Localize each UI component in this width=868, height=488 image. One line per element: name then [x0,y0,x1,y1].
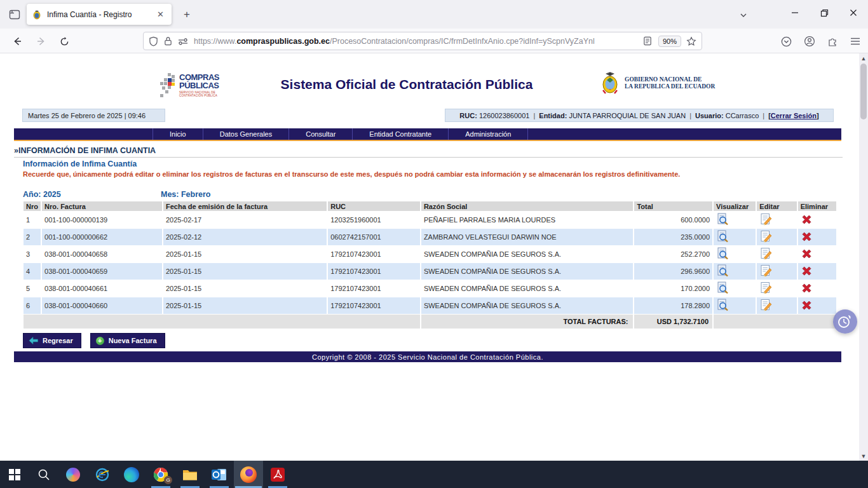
total-row: TOTAL FACTURAS: USD 1,732.7100 [24,315,836,329]
editar-icon[interactable] [759,264,772,277]
url-text[interactable]: https://www.compraspublicas.gob.ec/Proce… [194,37,642,46]
main-nav: Inicio Datos Generales Consultar Entidad… [14,128,841,141]
cell-nro: 2 [24,229,41,245]
permissions-icon[interactable] [178,37,188,45]
col-header-nro: Nro [24,201,41,211]
visualizar-icon[interactable] [716,213,729,226]
cell-factura: 038-001-000040660 [42,297,162,314]
scroll-down-icon[interactable]: ▼ [859,451,868,461]
cell-total: 296.9600 [634,263,712,280]
start-button[interactable] [0,461,29,488]
eliminar-icon[interactable] [801,231,813,243]
new-tab-button[interactable]: + [179,7,194,22]
floating-clock-widget[interactable] [833,309,857,334]
editar-icon[interactable] [759,281,772,294]
invoice-row: 6 038-001-000040660 2025-01-15 179210742… [24,297,836,314]
editar-icon[interactable] [759,247,772,260]
cell-ruc: 1203251960001 [328,212,420,228]
cell-razon: ZAMBRANO VELASTEGUI DARWIN NOE [421,229,634,245]
pocket-icon[interactable] [778,33,794,50]
firefox-view-icon[interactable] [6,6,23,23]
col-header-razon: Razón Social [421,201,634,211]
nav-item-administracion[interactable]: Administración [449,128,528,140]
entity-value: JUNTA PARROQUIAL DE SAN JUAN [569,112,686,119]
ecuador-coat-of-arms-icon [599,71,621,95]
tab-favicon-ecuador-emblem-icon [32,10,42,20]
lock-icon[interactable] [164,36,172,46]
regresar-button[interactable]: Regresar [23,333,81,348]
cell-total: 600.0000 [634,212,712,228]
scrollbar-thumb[interactable] [860,64,867,119]
active-tab[interactable]: Infima Cuantía - Registro ✕ [27,4,172,25]
eliminar-icon[interactable] [801,248,813,261]
extensions-puzzle-icon[interactable] [824,33,841,50]
tab-list-chevron-icon[interactable] [736,8,751,23]
file-explorer-icon[interactable] [175,461,205,488]
cell-razon: SWEADEN COMPAÑIA DE SEGUROS S.A. [421,280,634,297]
total-value: USD 1,732.7100 [634,315,712,329]
visualizar-icon[interactable] [716,264,729,277]
ruc-value: 1260023860001 [479,112,530,119]
bookmark-star-icon[interactable] [686,36,696,46]
chrome-icon[interactable]: G [146,461,175,488]
cell-nro: 5 [24,280,41,297]
window-restore-button[interactable] [810,0,839,25]
visualizar-icon[interactable] [716,230,729,243]
col-header-visualizar: Visualizar [714,201,756,211]
eliminar-icon[interactable] [801,299,813,312]
editar-icon[interactable] [759,213,772,226]
col-header-fecha: Fecha de emisión de la factura [163,201,327,211]
scroll-up-icon[interactable]: ▲ [859,53,868,63]
edge-icon[interactable] [117,461,146,488]
visualizar-icon[interactable] [716,299,729,311]
nueva-factura-button[interactable]: + Nueva Factura [90,333,165,348]
outlook-icon[interactable] [205,461,234,488]
nav-item-consultar[interactable]: Consultar [289,128,353,140]
internet-explorer-icon[interactable] [88,461,117,488]
invoice-row: 1 001-100-000000139 2025-02-17 120325196… [24,212,836,228]
nav-item-datos-generales[interactable]: Datos Generales [203,128,290,140]
editar-icon[interactable] [759,230,772,243]
visualizar-icon[interactable] [716,281,729,294]
cell-razon: SWEADEN COMPAÑIA DE SEGUROS S.A. [421,263,634,280]
account-icon[interactable] [801,33,818,50]
editar-icon[interactable] [759,299,772,311]
visualizar-icon[interactable] [716,247,729,260]
nav-item-entidad-contratante[interactable]: Entidad Contratante [353,128,449,140]
window-minimize-button[interactable] [780,0,810,25]
eliminar-icon[interactable] [801,265,813,278]
cell-fecha: 2025-01-15 [163,280,327,297]
copilot-icon[interactable] [58,461,88,488]
cell-ruc: 1792107423001 [328,297,420,314]
page-scrollbar[interactable]: ▲ ▼ [859,53,868,461]
cell-factura: 001-100-000000662 [42,229,162,245]
reload-button[interactable] [56,33,72,50]
cell-ruc: 0602742157001 [328,229,420,245]
cell-ruc: 1792107423001 [328,263,420,280]
url-bar[interactable]: https://www.compraspublicas.gob.ec/Proce… [143,32,702,50]
window-close-button[interactable] [839,0,868,25]
back-button[interactable] [9,33,25,50]
page-title: Sistema Oficial de Contratación Pública [229,77,585,92]
eliminar-icon[interactable] [801,282,813,295]
forward-button[interactable] [33,33,50,50]
logout-link[interactable]: Cerrar Sesión [771,112,817,119]
taskbar-search-icon[interactable] [29,461,58,488]
reader-mode-icon[interactable] [643,36,652,46]
cell-ruc: 1792107423001 [328,246,420,262]
cell-factura: 038-001-000040659 [42,263,162,280]
cell-nro: 4 [24,263,41,280]
shield-icon[interactable] [149,36,158,46]
eliminar-icon[interactable] [801,214,813,226]
firefox-icon[interactable] [234,461,263,488]
zoom-level-chip[interactable]: 90% [658,36,681,47]
col-header-eliminar: Eliminar [798,201,836,211]
cell-nro: 3 [24,246,41,262]
acrobat-icon[interactable] [263,461,292,488]
nav-item-inicio[interactable]: Inicio [153,128,203,140]
cell-factura: 038-001-000040658 [42,246,162,262]
browser-tab-bar: Infima Cuantía - Registro ✕ + [0,0,868,29]
hamburger-menu-icon[interactable] [847,33,864,50]
cell-total: 252.2700 [634,246,712,262]
tab-close-icon[interactable]: ✕ [154,8,166,20]
